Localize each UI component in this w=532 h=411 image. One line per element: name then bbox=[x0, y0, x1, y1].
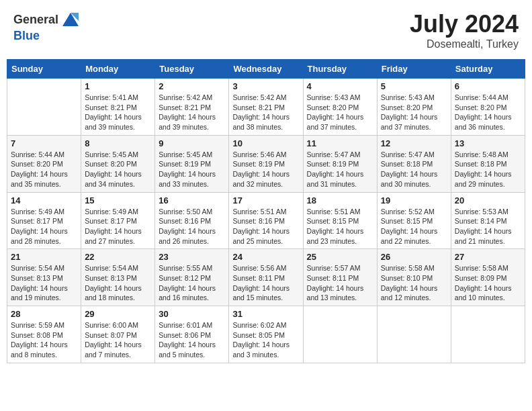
day-number: 28 bbox=[11, 309, 77, 319]
day-number: 30 bbox=[159, 309, 225, 319]
day-number: 27 bbox=[455, 252, 521, 262]
calendar-cell: 16Sunrise: 5:50 AM Sunset: 8:16 PM Dayli… bbox=[155, 192, 229, 249]
week-row-5: 28Sunrise: 5:59 AM Sunset: 8:08 PM Dayli… bbox=[7, 306, 525, 363]
day-number: 2 bbox=[159, 81, 225, 91]
logo-general: General bbox=[13, 13, 58, 27]
calendar-cell: 12Sunrise: 5:47 AM Sunset: 8:18 PM Dayli… bbox=[377, 135, 451, 192]
day-number: 24 bbox=[232, 252, 299, 262]
day-info: Sunrise: 5:49 AM Sunset: 8:17 PM Dayligh… bbox=[85, 207, 151, 246]
day-info: Sunrise: 5:53 AM Sunset: 8:14 PM Dayligh… bbox=[455, 207, 521, 246]
day-header-monday: Monday bbox=[81, 60, 155, 79]
day-info: Sunrise: 5:42 AM Sunset: 8:21 PM Dayligh… bbox=[232, 93, 299, 132]
day-info: Sunrise: 5:47 AM Sunset: 8:18 PM Dayligh… bbox=[381, 150, 447, 189]
day-info: Sunrise: 5:46 AM Sunset: 8:19 PM Dayligh… bbox=[232, 150, 299, 189]
week-row-2: 7Sunrise: 5:44 AM Sunset: 8:20 PM Daylig… bbox=[7, 135, 525, 192]
day-number: 10 bbox=[232, 138, 299, 148]
calendar-cell bbox=[451, 306, 525, 363]
calendar-cell: 10Sunrise: 5:46 AM Sunset: 8:19 PM Dayli… bbox=[229, 135, 303, 192]
calendar-cell: 14Sunrise: 5:49 AM Sunset: 8:17 PM Dayli… bbox=[7, 192, 81, 249]
day-header-saturday: Saturday bbox=[451, 60, 525, 79]
calendar-cell: 26Sunrise: 5:58 AM Sunset: 8:10 PM Dayli… bbox=[377, 249, 451, 306]
calendar-cell: 27Sunrise: 5:58 AM Sunset: 8:09 PM Dayli… bbox=[451, 249, 525, 306]
day-info: Sunrise: 5:43 AM Sunset: 8:20 PM Dayligh… bbox=[307, 93, 373, 132]
calendar-cell bbox=[377, 306, 451, 363]
calendar-cell bbox=[7, 79, 81, 136]
day-info: Sunrise: 5:59 AM Sunset: 8:08 PM Dayligh… bbox=[11, 320, 77, 360]
day-header-friday: Friday bbox=[377, 60, 451, 79]
day-number: 3 bbox=[232, 81, 299, 91]
day-info: Sunrise: 5:43 AM Sunset: 8:20 PM Dayligh… bbox=[381, 93, 447, 132]
calendar-cell: 13Sunrise: 5:48 AM Sunset: 8:18 PM Dayli… bbox=[451, 135, 525, 192]
calendar-cell: 25Sunrise: 5:57 AM Sunset: 8:11 PM Dayli… bbox=[303, 249, 377, 306]
logo-blue: Blue bbox=[13, 29, 40, 42]
day-info: Sunrise: 6:00 AM Sunset: 8:07 PM Dayligh… bbox=[85, 320, 151, 360]
day-number: 26 bbox=[381, 252, 447, 262]
day-info: Sunrise: 5:45 AM Sunset: 8:20 PM Dayligh… bbox=[85, 150, 151, 189]
week-row-3: 14Sunrise: 5:49 AM Sunset: 8:17 PM Dayli… bbox=[7, 192, 525, 249]
calendar-cell: 3Sunrise: 5:42 AM Sunset: 8:21 PM Daylig… bbox=[229, 79, 303, 136]
calendar-cell: 1Sunrise: 5:41 AM Sunset: 8:21 PM Daylig… bbox=[81, 79, 155, 136]
calendar-cell: 9Sunrise: 5:45 AM Sunset: 8:19 PM Daylig… bbox=[155, 135, 229, 192]
day-info: Sunrise: 5:49 AM Sunset: 8:17 PM Dayligh… bbox=[11, 207, 77, 246]
calendar-cell: 6Sunrise: 5:44 AM Sunset: 8:20 PM Daylig… bbox=[451, 79, 525, 136]
calendar-cell: 30Sunrise: 6:01 AM Sunset: 8:06 PM Dayli… bbox=[155, 306, 229, 363]
logo: General Blue bbox=[13, 10, 81, 43]
calendar-cell: 17Sunrise: 5:51 AM Sunset: 8:16 PM Dayli… bbox=[229, 192, 303, 249]
day-info: Sunrise: 5:58 AM Sunset: 8:09 PM Dayligh… bbox=[455, 263, 521, 303]
week-row-4: 21Sunrise: 5:54 AM Sunset: 8:13 PM Dayli… bbox=[7, 249, 525, 306]
page-header: General Blue July 2024 Dosemealti, Turke… bbox=[7, 7, 525, 54]
calendar-cell: 18Sunrise: 5:51 AM Sunset: 8:15 PM Dayli… bbox=[303, 192, 377, 249]
calendar-table: SundayMondayTuesdayWednesdayThursdayFrid… bbox=[7, 59, 525, 363]
calendar-cell: 8Sunrise: 5:45 AM Sunset: 8:20 PM Daylig… bbox=[81, 135, 155, 192]
calendar-cell: 15Sunrise: 5:49 AM Sunset: 8:17 PM Dayli… bbox=[81, 192, 155, 249]
day-info: Sunrise: 5:45 AM Sunset: 8:19 PM Dayligh… bbox=[159, 150, 225, 189]
week-row-1: 1Sunrise: 5:41 AM Sunset: 8:21 PM Daylig… bbox=[7, 79, 525, 136]
calendar-cell: 7Sunrise: 5:44 AM Sunset: 8:20 PM Daylig… bbox=[7, 135, 81, 192]
calendar-cell: 31Sunrise: 6:02 AM Sunset: 8:05 PM Dayli… bbox=[229, 306, 303, 363]
day-number: 5 bbox=[381, 81, 447, 91]
day-number: 20 bbox=[455, 195, 521, 205]
calendar-cell: 23Sunrise: 5:55 AM Sunset: 8:12 PM Dayli… bbox=[155, 249, 229, 306]
day-info: Sunrise: 5:48 AM Sunset: 8:18 PM Dayligh… bbox=[455, 150, 521, 189]
subtitle: Dosemealti, Turkey bbox=[410, 38, 519, 50]
day-info: Sunrise: 5:47 AM Sunset: 8:19 PM Dayligh… bbox=[307, 150, 373, 189]
day-number: 17 bbox=[232, 195, 299, 205]
day-header-sunday: Sunday bbox=[7, 60, 81, 79]
day-number: 12 bbox=[381, 138, 447, 148]
calendar-cell: 22Sunrise: 5:54 AM Sunset: 8:13 PM Dayli… bbox=[81, 249, 155, 306]
calendar-cell: 4Sunrise: 5:43 AM Sunset: 8:20 PM Daylig… bbox=[303, 79, 377, 136]
day-info: Sunrise: 5:41 AM Sunset: 8:21 PM Dayligh… bbox=[85, 93, 151, 132]
calendar-cell: 21Sunrise: 5:54 AM Sunset: 8:13 PM Dayli… bbox=[7, 249, 81, 306]
day-info: Sunrise: 5:42 AM Sunset: 8:21 PM Dayligh… bbox=[159, 93, 225, 132]
day-info: Sunrise: 6:02 AM Sunset: 8:05 PM Dayligh… bbox=[232, 320, 299, 360]
calendar-cell: 28Sunrise: 5:59 AM Sunset: 8:08 PM Dayli… bbox=[7, 306, 81, 363]
day-number: 16 bbox=[159, 195, 225, 205]
calendar-cell: 24Sunrise: 5:56 AM Sunset: 8:11 PM Dayli… bbox=[229, 249, 303, 306]
day-info: Sunrise: 6:01 AM Sunset: 8:06 PM Dayligh… bbox=[159, 320, 225, 360]
day-info: Sunrise: 5:58 AM Sunset: 8:10 PM Dayligh… bbox=[381, 263, 447, 303]
day-number: 31 bbox=[232, 309, 299, 319]
day-header-thursday: Thursday bbox=[303, 60, 377, 79]
day-number: 13 bbox=[455, 138, 521, 148]
main-title: July 2024 bbox=[410, 10, 519, 38]
logo-icon bbox=[60, 10, 81, 29]
day-info: Sunrise: 5:54 AM Sunset: 8:13 PM Dayligh… bbox=[11, 263, 77, 303]
day-number: 18 bbox=[307, 195, 373, 205]
day-number: 1 bbox=[85, 81, 151, 91]
calendar-cell bbox=[303, 306, 377, 363]
day-number: 6 bbox=[455, 81, 521, 91]
day-number: 22 bbox=[85, 252, 151, 262]
day-info: Sunrise: 5:56 AM Sunset: 8:11 PM Dayligh… bbox=[232, 263, 299, 303]
day-number: 7 bbox=[11, 138, 77, 148]
calendar-cell: 2Sunrise: 5:42 AM Sunset: 8:21 PM Daylig… bbox=[155, 79, 229, 136]
day-number: 19 bbox=[381, 195, 447, 205]
day-number: 14 bbox=[11, 195, 77, 205]
day-number: 15 bbox=[85, 195, 151, 205]
day-info: Sunrise: 5:51 AM Sunset: 8:16 PM Dayligh… bbox=[232, 207, 299, 246]
calendar-cell: 29Sunrise: 6:00 AM Sunset: 8:07 PM Dayli… bbox=[81, 306, 155, 363]
calendar-cell: 19Sunrise: 5:52 AM Sunset: 8:15 PM Dayli… bbox=[377, 192, 451, 249]
day-info: Sunrise: 5:55 AM Sunset: 8:12 PM Dayligh… bbox=[159, 263, 225, 303]
day-number: 8 bbox=[85, 138, 151, 148]
day-info: Sunrise: 5:44 AM Sunset: 8:20 PM Dayligh… bbox=[11, 150, 77, 189]
day-info: Sunrise: 5:50 AM Sunset: 8:16 PM Dayligh… bbox=[159, 207, 225, 246]
